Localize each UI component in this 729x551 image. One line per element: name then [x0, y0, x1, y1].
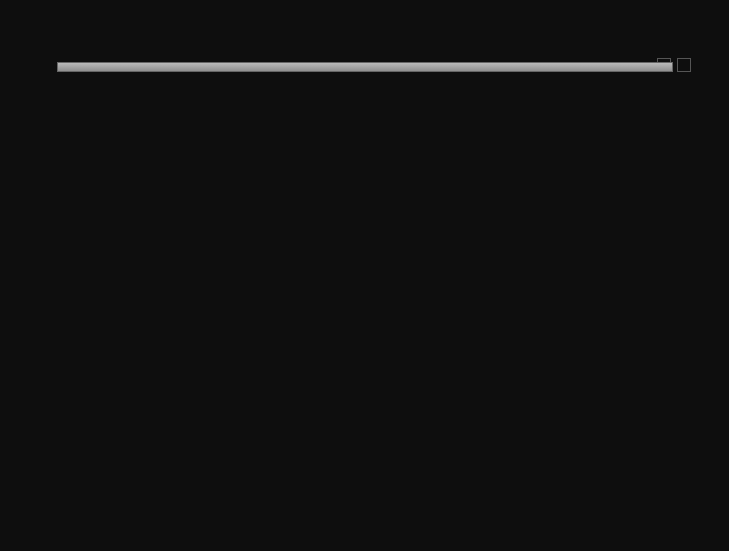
chart-svg [57, 76, 673, 260]
chart-area [56, 62, 673, 262]
chart-download-icon[interactable] [697, 58, 709, 70]
chart-scrollbar[interactable] [57, 62, 673, 72]
score-table [54, 286, 675, 298]
app-title [10, 6, 719, 18]
th-team [128, 286, 539, 298]
chart-container [56, 62, 673, 262]
top-nav [10, 18, 719, 28]
th-score [539, 286, 675, 298]
th-place [54, 286, 128, 298]
chart-expand-icon[interactable] [677, 58, 691, 72]
